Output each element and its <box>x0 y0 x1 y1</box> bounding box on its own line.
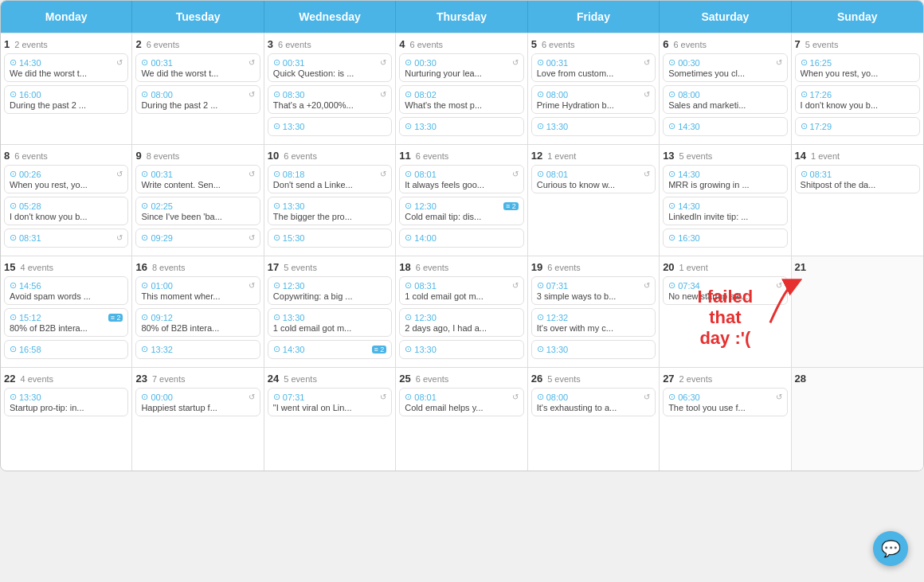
event-card[interactable]: ⊙ 16:00During the past 2 ... <box>4 85 128 114</box>
event-time: ⊙ 16:25 <box>801 57 832 68</box>
repeat-icon: ↺ <box>249 393 255 401</box>
check-icon: ⊙ <box>668 392 675 402</box>
event-card[interactable]: ⊙ 08:31↺ <box>4 229 128 248</box>
check-icon: ⊙ <box>668 201 675 211</box>
event-card[interactable]: ⊙ 07:31↺3 simple ways to b... <box>531 276 656 305</box>
event-card[interactable]: ⊙ 08:02What's the most p... <box>399 85 523 114</box>
event-card[interactable]: ⊙ 17:26I don't know you b... <box>795 85 920 114</box>
event-card[interactable]: ⊙ 05:28I don't know you b... <box>4 197 128 225</box>
day-header-22: 224 events <box>4 373 128 385</box>
event-card[interactable]: ⊙ 08:31↺1 cold email got m... <box>399 276 523 305</box>
event-card[interactable]: ⊙ 00:31↺We did the worst t... <box>135 53 260 82</box>
events-count: 5 events <box>284 374 317 384</box>
event-card[interactable]: ⊙ 08:00Sales and marketi... <box>663 85 787 114</box>
event-time: ⊙ 00:26 <box>10 169 41 179</box>
event-card[interactable]: ⊙ 16:58 <box>4 340 128 359</box>
event-card[interactable]: ⊙ 08:31Shitpost of the da... <box>795 165 920 193</box>
day-header-1: 12 events <box>4 38 128 50</box>
event-time: ⊙ 14:30 <box>668 169 700 179</box>
event-card[interactable]: ⊙ 08:01↺It always feels goo... <box>399 165 523 193</box>
event-card[interactable]: ⊙ 13:30 <box>399 340 523 359</box>
multi-badge: ≡ 2 <box>503 202 519 210</box>
event-card[interactable]: ⊙ 08:30↺That's a +20,000%... <box>268 85 392 114</box>
event-card[interactable]: ⊙ 09:29↺ <box>135 229 260 248</box>
event-card[interactable]: ⊙ 09:1280% of B2B intera... <box>135 308 260 337</box>
event-card[interactable]: ⊙ 13:30Startup pro-tip: in... <box>4 388 128 416</box>
calendar-body: 12 events⊙ 14:30↺We did the worst t...⊙ … <box>1 33 923 471</box>
event-card[interactable]: ⊙ 13:32 <box>135 340 260 359</box>
events-count: 6 events <box>14 151 48 161</box>
event-card[interactable]: ⊙ 00:31↺Write content. Sen... <box>135 165 260 193</box>
event-card[interactable]: ⊙ 08:00↺During the past 2 ... <box>135 85 260 114</box>
event-time: ⊙ 17:26 <box>801 89 832 100</box>
event-card[interactable]: ⊙ 13:301 cold email got m... <box>268 308 392 337</box>
events-count: 6 events <box>284 151 317 161</box>
event-card[interactable]: ⊙ 14:00 <box>399 229 523 248</box>
events-count: 1 event <box>811 151 840 161</box>
event-title: Curious to know w... <box>537 180 650 189</box>
event-card[interactable]: ⊙ 00:00↺Happiest startup f... <box>135 388 260 416</box>
event-card[interactable]: ⊙ 08:00↺It's exhausting to a... <box>531 388 656 416</box>
event-card[interactable]: ⊙ 12:30≡ 2Cold email tip: dis... <box>399 197 523 225</box>
event-time: ⊙ 00:31 <box>273 57 305 68</box>
event-card[interactable]: ⊙ 08:01↺Cold email helps y... <box>399 388 523 416</box>
event-card[interactable]: ⊙ 16:25When you rest, yo... <box>795 53 920 82</box>
event-card[interactable]: ⊙ 12:30Copywriting: a big ... <box>268 276 392 305</box>
event-card[interactable]: ⊙ 00:30↺Nurturing your lea... <box>399 53 523 82</box>
events-count: 7 events <box>152 374 186 384</box>
events-count: 6 events <box>416 263 449 272</box>
event-card[interactable]: ⊙ 14:30MRR is growing in ... <box>663 165 787 193</box>
day-header-26: 265 events <box>531 373 656 385</box>
day-header-23: 237 events <box>135 373 260 385</box>
check-icon: ⊙ <box>537 344 544 354</box>
day-cell-23: 237 events⊙ 00:00↺Happiest startup f... <box>132 368 264 471</box>
event-card[interactable]: ⊙ 07:31↺"I went viral on Lin... <box>268 388 392 416</box>
check-icon: ⊙ <box>141 344 148 354</box>
event-card[interactable]: ⊙ 15:12≡ 280% of B2B intera... <box>4 308 128 337</box>
event-card[interactable]: ⊙ 14:30 <box>663 117 787 136</box>
event-title: Copywriting: a big ... <box>273 291 386 301</box>
event-card[interactable]: ⊙ 13:30 <box>531 117 656 136</box>
repeat-icon: ↺ <box>249 281 255 290</box>
event-card[interactable]: ⊙ 12:302 days ago, I had a... <box>399 308 523 337</box>
event-card[interactable]: ⊙ 12:32It's over with my c... <box>531 308 656 337</box>
event-card[interactable]: ⊙ 13:30 <box>399 117 523 136</box>
event-title: It always feels goo... <box>405 180 518 189</box>
calendar: MondayTuesdayWednesdayThursdayFridaySatu… <box>0 0 924 471</box>
event-card[interactable]: ⊙ 00:31↺Love from custom... <box>531 53 656 82</box>
event-card[interactable]: ⊙ 15:30 <box>268 229 392 248</box>
event-time: ⊙ 13:30 <box>273 201 305 211</box>
event-card[interactable]: ⊙ 02:25Since I've been 'ba... <box>135 197 260 225</box>
event-card[interactable]: ⊙ 01:00↺This moment wher... <box>135 276 260 305</box>
event-card[interactable]: ⊙ 13:30 <box>531 340 656 359</box>
event-card[interactable]: ⊙ 06:30↺The tool you use f... <box>663 388 787 416</box>
event-card[interactable]: ⊙ 00:26↺When you rest, yo... <box>4 165 128 193</box>
day-header-16: 168 events <box>135 261 260 273</box>
day-header-21: 21 <box>795 261 920 273</box>
event-card[interactable]: ⊙ 13:30The bigger the pro... <box>268 197 392 225</box>
event-card[interactable]: ⊙ 07:34↺No new startup sal... <box>663 276 787 305</box>
event-card[interactable]: ⊙ 14:30LinkedIn invite tip: ... <box>663 197 787 225</box>
events-count: 5 events <box>547 374 581 384</box>
event-time: ⊙ 14:00 <box>405 232 437 243</box>
event-card[interactable]: ⊙ 08:01↺Curious to know w... <box>531 165 656 193</box>
check-icon: ⊙ <box>273 280 280 291</box>
event-card[interactable]: ⊙ 16:30 <box>663 229 787 248</box>
check-icon: ⊙ <box>405 57 412 68</box>
event-card[interactable]: ⊙ 08:00↺Prime Hydration b... <box>531 85 656 114</box>
events-count: 5 events <box>679 151 713 161</box>
event-card[interactable]: ⊙ 14:30↺We did the worst t... <box>4 53 128 82</box>
event-card[interactable]: ⊙ 14:30≡ 2 <box>268 340 392 359</box>
check-icon: ⊙ <box>405 312 412 322</box>
event-card[interactable]: ⊙ 14:56Avoid spam words ... <box>4 276 128 305</box>
event-card[interactable]: ⊙ 17:29 <box>795 117 920 136</box>
check-icon: ⊙ <box>668 121 675 131</box>
week-row-3: 154 events⊙ 14:56Avoid spam words ...⊙ 1… <box>1 256 923 367</box>
event-time: ⊙ 13:30 <box>273 312 305 322</box>
event-title: Since I've been 'ba... <box>141 212 254 221</box>
event-card[interactable]: ⊙ 00:30↺Sometimes you cl... <box>663 53 787 82</box>
event-card[interactable]: ⊙ 08:18↺Don't send a Linke... <box>268 165 392 193</box>
event-card[interactable]: ⊙ 00:31↺Quick Question: is ... <box>268 53 392 82</box>
check-icon: ⊙ <box>537 392 544 402</box>
event-card[interactable]: ⊙ 13:30 <box>268 117 392 136</box>
